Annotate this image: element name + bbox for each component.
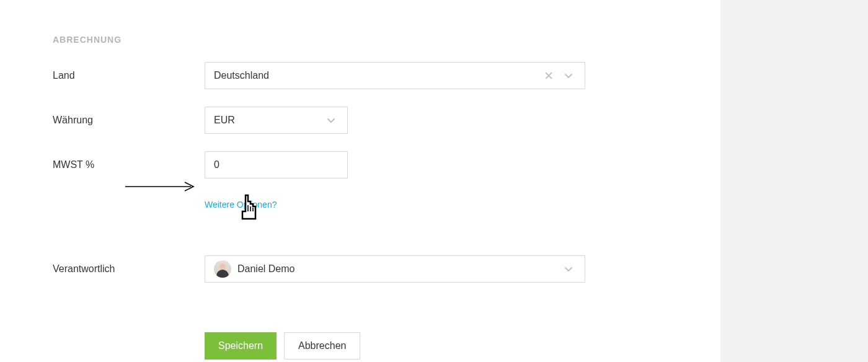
chevron-down-icon[interactable] <box>324 113 339 128</box>
row-country: Land Deutschland <box>53 62 720 89</box>
arrow-annotation-icon <box>124 180 197 193</box>
buttons-row: Speichern Abbrechen <box>205 332 720 360</box>
label-responsible: Verantwortlich <box>53 263 205 275</box>
chevron-down-icon[interactable] <box>561 262 576 276</box>
row-currency: Währung EUR <box>53 107 720 134</box>
currency-select[interactable]: EUR <box>205 107 348 134</box>
chevron-down-icon[interactable] <box>561 68 576 83</box>
label-currency: Währung <box>53 115 205 126</box>
responsible-value: Daniel Demo <box>237 263 561 275</box>
country-value: Deutschland <box>214 70 541 81</box>
currency-value: EUR <box>214 115 324 126</box>
label-vat: MWST % <box>53 159 205 170</box>
save-button[interactable]: Speichern <box>205 332 277 360</box>
row-more-options: Weitere Optionen? <box>53 200 720 210</box>
clear-icon[interactable] <box>541 68 556 83</box>
row-responsible: Verantwortlich Daniel Demo <box>53 255 720 283</box>
vat-value: 0 <box>214 159 219 170</box>
form-panel: ABRECHNUNG Land Deutschland Währu <box>0 0 720 362</box>
avatar <box>214 260 231 278</box>
country-select[interactable]: Deutschland <box>205 62 585 89</box>
more-options-link[interactable]: Weitere Optionen? <box>205 200 277 210</box>
section-title: ABRECHNUNG <box>53 35 720 45</box>
row-vat: MWST % 0 <box>53 151 720 179</box>
vat-input[interactable]: 0 <box>205 151 348 179</box>
responsible-select[interactable]: Daniel Demo <box>205 255 585 283</box>
label-country: Land <box>53 70 205 81</box>
page: ABRECHNUNG Land Deutschland Währu <box>0 0 868 362</box>
cancel-button[interactable]: Abbrechen <box>284 332 360 360</box>
